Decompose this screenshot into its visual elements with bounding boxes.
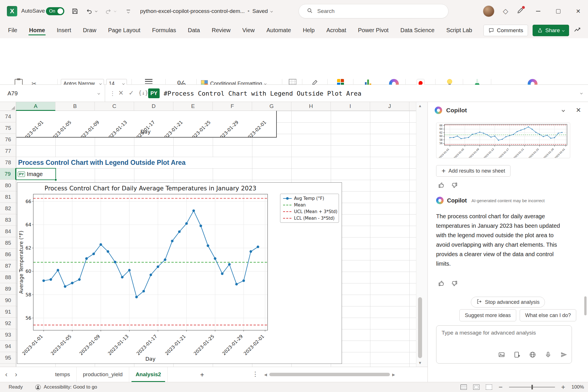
selected-cell-a79[interactable]: PY Image	[16, 168, 56, 180]
zoom-level[interactable]: 100%	[572, 384, 584, 390]
trend-chart-icon[interactable]	[574, 26, 581, 35]
undo-dropdown-icon[interactable]	[95, 10, 97, 12]
microphone-icon[interactable]	[545, 351, 552, 360]
column-header-j[interactable]: J	[370, 102, 409, 111]
scroll-up-icon[interactable]: ▲	[418, 104, 422, 108]
sheet-tab-production_yield[interactable]: production_yield	[77, 367, 129, 382]
name-box-dropdown-icon[interactable]	[98, 92, 100, 94]
insert-function-icon[interactable]: {↓}	[138, 90, 148, 96]
thumbs-up-icon[interactable]	[438, 182, 445, 189]
page-layout-view-icon[interactable]	[473, 385, 479, 390]
ribbon-tab-acrobat[interactable]: Acrobat	[326, 24, 347, 37]
previous-chart-bottom[interactable]: 2023-01-012023-01-052023-01-092023-01-13…	[16, 111, 277, 138]
ribbon-tab-power-pivot[interactable]: Power Pivot	[357, 24, 389, 37]
row-header-80[interactable]: 80	[0, 180, 16, 191]
column-header-g[interactable]: G	[252, 102, 291, 111]
drag-handle-icon[interactable]: ⋮	[110, 90, 115, 97]
chart-preview-card[interactable]: 5658606264662023-01-012023-01-052023-01-…	[436, 123, 570, 158]
row-header-75[interactable]: 75	[0, 122, 16, 134]
column-header-a[interactable]: A	[16, 102, 55, 111]
row-header-81[interactable]: 81	[0, 191, 16, 203]
spreadsheet-grid[interactable]: ABCDEFGHIJ 74757677787980818283848586878…	[0, 102, 428, 367]
ribbon-tab-insert[interactable]: Insert	[56, 24, 72, 37]
ribbon-tab-home[interactable]: Home	[28, 24, 46, 37]
row-header-77[interactable]: 77	[0, 145, 16, 157]
scroll-down-icon[interactable]: ▼	[418, 361, 422, 365]
row-header-79[interactable]: 79	[0, 168, 16, 180]
column-header-i[interactable]: I	[331, 102, 370, 111]
horizontal-scrollbar[interactable]: ◀ ▶	[264, 372, 416, 377]
vertical-scrollbar[interactable]: ▲ ▼	[416, 102, 428, 367]
ribbon-tab-help[interactable]: Help	[302, 24, 315, 37]
row-header-95[interactable]: 95	[0, 352, 16, 364]
enter-icon[interactable]: ✓	[129, 89, 134, 97]
column-header-c[interactable]: C	[95, 102, 134, 111]
save-icon[interactable]	[71, 7, 79, 16]
redo-button[interactable]	[104, 7, 113, 16]
premium-diamond-icon[interactable]: ◇	[503, 7, 508, 15]
row-header-94[interactable]: 94	[0, 341, 16, 352]
ribbon-tab-draw[interactable]: Draw	[82, 24, 97, 37]
ribbon-tab-file[interactable]: File	[7, 24, 18, 37]
zoom-slider[interactable]	[509, 387, 555, 387]
ribbon-tab-review[interactable]: Review	[211, 24, 231, 37]
minimize-button[interactable]	[532, 5, 544, 17]
web-globe-icon[interactable]	[529, 351, 536, 360]
row-header-84[interactable]: 84	[0, 226, 16, 237]
zoom-in-icon[interactable]: +	[561, 383, 565, 391]
stop-analysis-button[interactable]: Stop advanced analysis	[471, 297, 545, 308]
panel-close-icon[interactable]: ✕	[576, 107, 581, 114]
sheet-tab-temps[interactable]: temps	[49, 367, 77, 382]
row-header-74[interactable]: 74	[0, 111, 16, 122]
sheet-tab-analysis2[interactable]: Analysis2	[129, 367, 168, 382]
column-header-e[interactable]: E	[173, 102, 213, 111]
panel-scrollbar-thumb[interactable]	[584, 296, 587, 315]
select-all-corner[interactable]	[0, 102, 16, 111]
add-sheet-button[interactable]: +	[198, 371, 206, 379]
share-button[interactable]: Share	[533, 25, 569, 36]
zoom-slider-thumb[interactable]	[531, 385, 533, 389]
next-sheet-icon[interactable]: ›	[15, 370, 17, 379]
column-headers[interactable]: ABCDEFGHIJ	[16, 102, 416, 111]
row-header-82[interactable]: 82	[0, 203, 16, 214]
page-break-view-icon[interactable]	[486, 385, 492, 390]
search-input[interactable]: Search	[299, 4, 448, 18]
prev-sheet-icon[interactable]: ‹	[5, 370, 7, 379]
column-header-b[interactable]: B	[55, 102, 95, 111]
add-image-icon[interactable]	[498, 351, 505, 360]
zoom-out-icon[interactable]: −	[498, 383, 502, 391]
horizontal-scrollbar-thumb[interactable]	[269, 373, 390, 376]
row-header-87[interactable]: 87	[0, 260, 16, 272]
ribbon-tab-data[interactable]: Data	[187, 24, 200, 37]
ribbon-tab-formulas[interactable]: Formulas	[152, 24, 177, 37]
process-control-chart[interactable]: 5658606264662023-01-012023-01-052023-01-…	[17, 182, 342, 364]
ribbon-tab-page-layout[interactable]: Page Layout	[108, 24, 141, 37]
excel-app-icon[interactable]: X	[7, 6, 17, 16]
comments-button[interactable]: Comments	[483, 25, 528, 36]
maximize-button[interactable]	[552, 5, 564, 17]
copilot-input-box[interactable]: Type a message for advanced analysis	[436, 325, 572, 364]
fill-handle[interactable]	[55, 179, 57, 181]
normal-view-icon[interactable]	[461, 385, 467, 390]
suggestion-chip[interactable]: Suggest more ideas	[459, 309, 516, 321]
row-header-88[interactable]: 88	[0, 272, 16, 283]
thumbs-up-icon[interactable]	[438, 280, 445, 287]
ribbon-tab-view[interactable]: View	[242, 24, 255, 37]
close-button[interactable]: ✕	[572, 5, 584, 17]
row-header-92[interactable]: 92	[0, 318, 16, 329]
ribbon-tab-automate[interactable]: Automate	[266, 24, 292, 37]
ribbon-tab-data-science[interactable]: Data Science	[400, 24, 435, 37]
user-avatar[interactable]	[483, 5, 494, 17]
redo-dropdown-icon[interactable]	[114, 10, 116, 12]
row-header-78[interactable]: 78	[0, 157, 16, 168]
row78-heading-strip[interactable]: Process Control Chart with Legend Outsid…	[16, 157, 217, 168]
thumbs-down-icon[interactable]	[451, 280, 458, 287]
column-header-d[interactable]: D	[134, 102, 173, 111]
row-header-91[interactable]: 91	[0, 306, 16, 318]
scroll-right-icon[interactable]: ▶	[392, 372, 395, 377]
panel-collapse-icon[interactable]	[562, 109, 565, 112]
send-icon[interactable]	[560, 351, 568, 360]
formula-input[interactable]: #Process Control Chart with Legend Outsi…	[164, 85, 361, 102]
thumbs-down-icon[interactable]	[451, 182, 458, 189]
row-headers[interactable]: 7475767778798081828384858687888990919293…	[0, 111, 16, 367]
